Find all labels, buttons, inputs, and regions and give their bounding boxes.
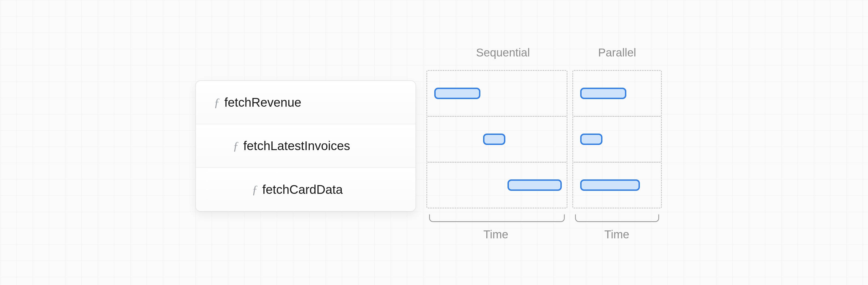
- timeline-bar: [507, 179, 562, 191]
- timeline-bar: [580, 88, 626, 99]
- timeline-row: [426, 116, 567, 163]
- function-row: ƒ fetchCardData: [196, 168, 415, 211]
- function-name: fetchLatestInvoices: [243, 138, 350, 153]
- timeline-row: [426, 70, 567, 117]
- time-label: Time: [484, 228, 508, 241]
- sequential-heading: Sequential: [476, 46, 530, 59]
- timeline-bar: [580, 179, 640, 191]
- time-bracket: [575, 215, 659, 222]
- timeline-row: [426, 162, 567, 208]
- function-list-panel: ƒ fetchRevenue ƒ fetchLatestInvoices ƒ f…: [195, 80, 416, 212]
- parallel-heading: Parallel: [598, 46, 636, 59]
- function-name: fetchRevenue: [224, 95, 301, 110]
- sequential-timeline: [426, 70, 567, 208]
- timeline-bar: [483, 134, 505, 145]
- timeline-row: [572, 116, 662, 163]
- function-icon: ƒ: [228, 139, 243, 153]
- function-icon: ƒ: [247, 183, 262, 197]
- timeline-bar: [580, 134, 602, 145]
- timeline-row: [572, 70, 662, 117]
- function-icon: ƒ: [209, 95, 224, 109]
- function-row: ƒ fetchLatestInvoices: [196, 124, 415, 168]
- time-bracket: [429, 215, 565, 222]
- timeline-row: [572, 162, 662, 208]
- timeline-bar: [434, 88, 480, 99]
- function-name: fetchCardData: [262, 182, 343, 197]
- function-row: ƒ fetchRevenue: [196, 81, 415, 124]
- parallel-timeline: [572, 70, 662, 208]
- time-label: Time: [604, 228, 629, 241]
